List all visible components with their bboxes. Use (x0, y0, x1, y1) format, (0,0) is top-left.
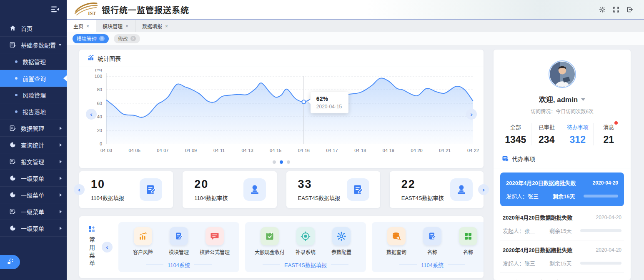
stat-card-east4s-fill[interactable]: 33 EAST4S数据填报 (286, 171, 380, 208)
app-header: IST 银行统一监管报送系统 (67, 0, 644, 20)
sidebar-subitem-report-landing[interactable]: 报告落地 (0, 103, 67, 120)
fullscreen-icon[interactable] (612, 6, 619, 13)
stat-messages[interactable]: 消息 21 (593, 123, 624, 145)
sidebar-item-level1-menu-4[interactable]: 一级菜单 (0, 220, 67, 237)
bullet-icon (15, 94, 18, 96)
todo-item[interactable]: 2020年4月20日数据跑批失败 2020-04-20 发起人：张三 剩余4天 (500, 272, 624, 280)
grid-icon (459, 227, 477, 245)
stat-card-1104-fill[interactable]: 10 1104数据填报 (79, 171, 173, 208)
pagination-dot[interactable] (280, 160, 283, 164)
pagination-dot[interactable] (273, 160, 276, 164)
layout-switch-button[interactable] (0, 255, 20, 269)
sidebar-item-level1-menu-1[interactable]: 一级菜单 (0, 170, 67, 187)
stat-label: 全部 (510, 123, 521, 131)
settings-icon[interactable] (599, 6, 606, 13)
svg-text:20: 20 (97, 128, 102, 133)
sidebar-item-message-mgmt[interactable]: 报文管理 (0, 153, 67, 170)
stat-label: 1104数据审核 (194, 194, 228, 202)
stat-value: 312 (562, 134, 593, 145)
user-panel: 欢迎, admin 访问情况：今日访问次数6次 全部 1345 已审批 234 … (494, 50, 631, 280)
menu-item-data-query[interactable]: 数据查询 (378, 227, 414, 259)
menu-item-module-mgmt[interactable]: 模块管理 (161, 227, 197, 259)
chip-close-icon[interactable] (130, 36, 136, 41)
menu-item-label: 补录系统 (296, 248, 316, 255)
sidebar-subitem-risk-mgmt[interactable]: 风险管理 (0, 87, 67, 103)
menu-item-large-cash[interactable]: 大额现金收付 (252, 227, 288, 259)
chip-close-icon[interactable] (99, 36, 105, 41)
menu-item-name-1[interactable]: 名称 (414, 227, 450, 259)
avatar[interactable] (549, 60, 576, 88)
sidebar-item-base-config[interactable]: 基础参数配置 (0, 37, 67, 53)
notification-dot (614, 121, 618, 125)
sidebar-subitem-data-mgmt[interactable]: 数据管理 (0, 53, 67, 70)
sidebar-item-label: 一级菜单 (21, 224, 60, 232)
user-menu[interactable]: 欢迎, admin (494, 94, 631, 104)
stat-value: 234 (531, 134, 562, 145)
menu-item-label: 数据查询 (386, 248, 406, 255)
stat-pending[interactable]: 待办事项 312 (562, 123, 593, 145)
chart-icon (88, 54, 94, 62)
chart-prev-button[interactable] (86, 109, 97, 120)
stat-all[interactable]: 全部 1345 (500, 123, 531, 145)
svg-text:04-16: 04-16 (298, 148, 310, 153)
breadcrumb-chips: 模块管理 修改 (67, 32, 644, 45)
chip-module-mgmt[interactable]: 模块管理 (73, 34, 109, 43)
group-label: EAST4S数据填报 (252, 261, 359, 269)
todo-item[interactable]: 2020年4月20日数据跑批失败 2020-04-20 发起人：张三 剩余15天 (500, 172, 624, 206)
todo-remaining: 剩余15天 (549, 259, 580, 267)
stat-card-east4s-review[interactable]: 22 EAST4S数据审核 (390, 171, 484, 208)
stat-card-1104-review[interactable]: 20 1104数据审核 (183, 171, 276, 208)
sidebar-item-label: 基础参数配置 (21, 41, 58, 49)
todo-list-icon (502, 155, 509, 163)
sidebar-item-home[interactable]: 首页 (0, 20, 67, 37)
menu-item-customer-risk[interactable]: 客户风险 (125, 227, 161, 259)
pagination-dot[interactable] (287, 160, 290, 164)
divider (448, 265, 465, 265)
left-column: 统计图表 020406080100(%)04-0304-0504-0704-09… (79, 50, 484, 280)
menu-item-name-2[interactable]: 名称 (450, 227, 484, 259)
svg-text:04-17: 04-17 (326, 148, 338, 153)
sidebar-item-label: 前置查询 (23, 74, 62, 82)
svg-text:04-15: 04-15 (270, 148, 281, 153)
tab-module-mgmt[interactable]: 模块管理 (96, 20, 135, 32)
header-actions (599, 6, 644, 13)
chart-next-button[interactable] (466, 109, 477, 120)
sidebar-item-level1-menu-2[interactable]: 一级菜单 (0, 187, 67, 203)
menu-item-formula-mgmt[interactable]: 校验公式管理 (197, 227, 233, 259)
stats-prev-button[interactable] (74, 184, 85, 195)
menu-item-param-config[interactable]: 参数配置 (323, 227, 359, 259)
svg-text:80: 80 (97, 87, 102, 92)
svg-text:04-11: 04-11 (213, 148, 225, 153)
stats-next-button[interactable] (478, 184, 489, 195)
logout-icon[interactable] (626, 6, 633, 13)
visit-info: 访问情况：今日访问次数6次 (494, 108, 631, 115)
divider (146, 265, 163, 265)
todo-item[interactable]: 2020年4月20日数据跑批失败 2020-04-20 发起人：张三 剩余15天 (500, 208, 624, 240)
tab-close-icon[interactable] (165, 23, 168, 29)
sidebar-item-data-mgmt[interactable]: 数据管理 (0, 120, 67, 137)
chart-title: 统计图表 (98, 54, 121, 62)
tab-label: 主页 (73, 22, 83, 30)
quick-menu-prev-button[interactable] (102, 242, 113, 252)
todo-item[interactable]: 2020年4月20日数据跑批失败 2020-04-20 发起人：张三 剩余15天 (500, 240, 624, 272)
menu-item-supplement-system[interactable]: 补录系统 (288, 227, 323, 259)
home-icon (9, 25, 16, 32)
tab-close-icon[interactable] (86, 23, 89, 29)
doc-edit-icon (9, 208, 16, 215)
sidebar-collapse-icon[interactable] (51, 6, 59, 14)
menu-item-label: 名称 (463, 248, 473, 255)
todo-progress-bar (580, 229, 621, 232)
chip-modify[interactable]: 修改 (114, 34, 140, 43)
stat-value: 22 (401, 178, 444, 191)
chevron-right-icon (60, 210, 62, 213)
tab-data-fill[interactable]: 数据填报 (135, 20, 175, 32)
stat-approved[interactable]: 已审批 234 (531, 123, 562, 145)
sidebar-item-query-stats[interactable]: 查询统计 (0, 137, 67, 153)
sidebar-subitem-pre-query[interactable]: 前置查询 (0, 70, 67, 87)
sidebar-item-level1-menu-3[interactable]: 一级菜单 (0, 203, 67, 220)
group-label: 1104系统 (125, 261, 233, 269)
tab-close-icon[interactable] (125, 23, 128, 29)
stat-value: 21 (594, 134, 624, 145)
tab-home[interactable]: 主页 (67, 20, 96, 32)
chevron-right-icon (60, 227, 62, 230)
